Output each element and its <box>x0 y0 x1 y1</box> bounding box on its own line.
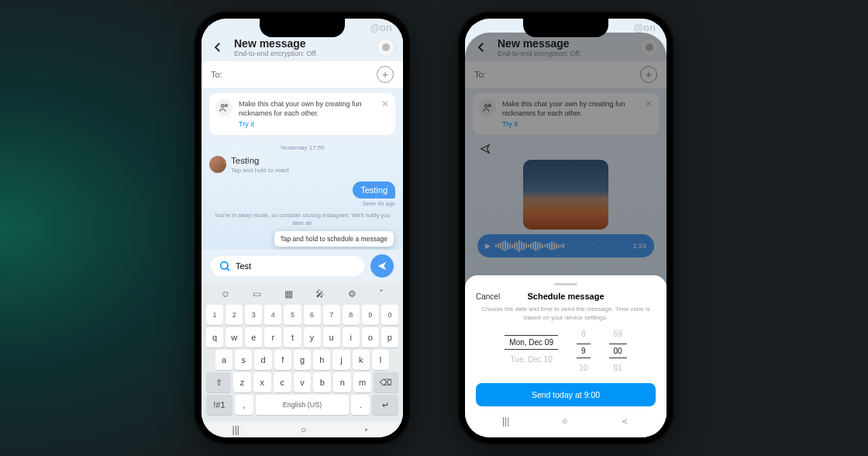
key-c[interactable]: c <box>274 372 291 392</box>
chevron-down-icon[interactable]: ˅ <box>379 288 384 299</box>
key-0[interactable]: 0 <box>381 305 398 325</box>
qwerty-row-1: qwertyuiop <box>206 327 398 347</box>
key-4[interactable]: 4 <box>264 305 281 325</box>
key-y[interactable]: y <box>304 327 321 347</box>
key-8[interactable]: 8 <box>343 305 360 325</box>
watermark: @on <box>370 22 392 33</box>
add-recipient-icon[interactable]: + <box>377 66 394 83</box>
sheet-header: Cancel Schedule message <box>476 292 656 301</box>
clipboard-icon[interactable]: ▭ <box>253 288 261 299</box>
symbol-key[interactable]: !#1 <box>206 395 232 415</box>
key-j[interactable]: j <box>332 350 350 370</box>
space-key[interactable]: English (US) <box>256 395 349 415</box>
recent-apps-icon[interactable]: ||| <box>502 416 509 427</box>
nav-back-icon[interactable]: ˅ <box>364 427 375 432</box>
key-b[interactable]: b <box>313 372 331 392</box>
screen: @on New message End-to-end encryption: O… <box>465 19 666 437</box>
bottom-row: !#1 , English (US) . ↵ <box>206 395 398 415</box>
svg-point-0 <box>382 43 390 51</box>
phone-left: @on New message End-to-end encryption: O… <box>194 11 411 445</box>
key-q[interactable]: q <box>206 327 223 347</box>
key-x[interactable]: x <box>253 372 271 392</box>
key-3[interactable]: 3 <box>245 305 262 325</box>
key-l[interactable]: l <box>372 350 389 370</box>
key-r[interactable]: r <box>264 327 281 347</box>
to-label: To: <box>211 70 377 79</box>
key-k[interactable]: k <box>353 350 370 370</box>
key-m[interactable]: m <box>353 372 371 392</box>
key-6[interactable]: 6 <box>304 305 321 325</box>
key-a[interactable]: a <box>215 350 232 370</box>
home-icon[interactable]: ○ <box>301 424 306 435</box>
back-icon[interactable] <box>209 39 226 56</box>
message-text-field[interactable] <box>236 261 356 271</box>
to-row[interactable]: To: + <box>202 60 403 88</box>
people-icon <box>215 99 232 116</box>
sheet-title: Schedule message <box>527 292 604 301</box>
header-action[interactable] <box>377 38 395 57</box>
period-key[interactable]: . <box>351 395 370 415</box>
emoji-icon[interactable]: ☺ <box>221 288 230 299</box>
phone-right: @on New message End-to-end encryption: O… <box>457 11 674 445</box>
key-z[interactable]: z <box>233 372 251 392</box>
minute-column[interactable]: 59 00 01 <box>609 330 627 372</box>
key-t[interactable]: t <box>284 327 301 347</box>
key-1[interactable]: 1 <box>206 305 223 325</box>
key-i[interactable]: i <box>343 327 360 347</box>
key-2[interactable]: 2 <box>226 305 243 325</box>
notch <box>260 19 345 37</box>
key-p[interactable]: p <box>381 327 398 347</box>
key-u[interactable]: u <box>323 327 340 347</box>
grabber-icon[interactable] <box>554 283 577 285</box>
key-7[interactable]: 7 <box>323 305 340 325</box>
comma-key[interactable]: , <box>235 395 253 415</box>
android-navbar: ||| ○ ˅ <box>202 422 403 437</box>
notch <box>523 19 608 37</box>
backspace-key[interactable]: ⌫ <box>374 372 398 392</box>
enter-key[interactable]: ↵ <box>372 395 398 415</box>
key-d[interactable]: d <box>254 350 271 370</box>
home-icon[interactable]: ○ <box>562 416 567 427</box>
schedule-tooltip: Tap and hold to schedule a message <box>274 231 394 247</box>
key-5[interactable]: 5 <box>284 305 301 325</box>
key-o[interactable]: o <box>362 327 379 347</box>
nav-back-icon[interactable]: ＜ <box>620 415 629 428</box>
key-g[interactable]: g <box>294 350 311 370</box>
key-w[interactable]: w <box>226 327 243 347</box>
svg-point-2 <box>225 105 227 107</box>
mic-icon[interactable]: 🎤︎ <box>315 288 325 299</box>
key-n[interactable]: n <box>333 372 351 392</box>
search-icon <box>219 260 231 272</box>
key-s[interactable]: s <box>235 350 252 370</box>
keyboard-toolbar: ☺ ▭ ▦ 🎤︎ ⚙ ˅ <box>205 285 400 302</box>
nickname-banner: Make this chat your own by creating fun … <box>209 93 395 135</box>
cancel-button[interactable]: Cancel <box>476 292 500 301</box>
chat-area: Yesterday 17:55 Testing Tap and hold to … <box>202 140 403 250</box>
sheet-description: Choose the date and time to send the mes… <box>476 306 656 322</box>
gear-icon[interactable]: ⚙ <box>348 288 356 299</box>
close-icon[interactable]: ✕ <box>381 98 389 110</box>
key-9[interactable]: 9 <box>362 305 379 325</box>
header-title: New message <box>234 37 369 50</box>
banner-try-link[interactable]: Try it <box>239 119 254 129</box>
key-f[interactable]: f <box>274 350 291 370</box>
datetime-picker[interactable]: Mon, Dec 09 Tue, Dec 10 8 9 10 59 00 01 <box>476 330 656 372</box>
watermark: @on <box>633 22 656 33</box>
key-v[interactable]: v <box>294 372 312 392</box>
key-e[interactable]: e <box>245 327 262 347</box>
shift-key[interactable]: ⇧ <box>206 372 231 392</box>
number-row: 1234567890 <box>206 305 398 325</box>
gif-icon[interactable]: ▦ <box>284 288 293 299</box>
message-input[interactable] <box>211 256 364 276</box>
key-h[interactable]: h <box>313 350 330 370</box>
screen: @on New message End-to-end encryption: O… <box>202 19 403 437</box>
svg-point-1 <box>222 105 225 108</box>
date-column[interactable]: Mon, Dec 09 Tue, Dec 10 <box>505 330 558 372</box>
header-subtitle: End-to-end encryption: Off. <box>234 50 369 57</box>
hour-column[interactable]: 8 9 10 <box>577 330 591 372</box>
qwerty-row-3: ⇧ zxcvbnm⌫ <box>206 372 398 392</box>
send-button[interactable] <box>370 254 394 278</box>
send-schedule-button[interactable]: Send today at 9:00 <box>476 383 656 406</box>
schedule-sheet: Cancel Schedule message Choose the date … <box>465 275 666 437</box>
recent-apps-icon[interactable]: ||| <box>232 424 239 435</box>
